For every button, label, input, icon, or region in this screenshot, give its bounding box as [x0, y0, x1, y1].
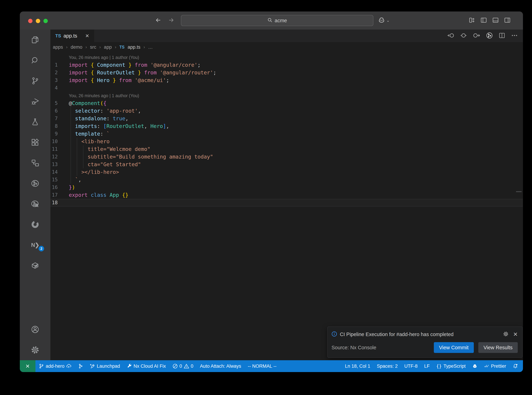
chevron-right-icon: › [144, 45, 145, 49]
accounts-icon[interactable] [20, 319, 50, 340]
launchpad-status[interactable]: Launchpad [86, 360, 123, 372]
code-line-5[interactable]: 5@Component({ [50, 99, 523, 107]
prettier-status[interactable]: Prettier [481, 360, 509, 372]
testing-icon[interactable] [20, 112, 50, 132]
vim-mode-status[interactable]: -- NORMAL -- [244, 360, 280, 372]
language-mode-status[interactable]: {} TypeScript [433, 360, 469, 372]
line-number: 14 [50, 168, 58, 176]
notification-settings-gear-icon[interactable] [503, 331, 509, 337]
nav-next-icon[interactable] [473, 32, 480, 39]
eol-status[interactable]: LF [421, 360, 433, 372]
line-number: 11 [50, 145, 58, 153]
breadcrumb-symbol[interactable]: … [148, 44, 153, 50]
code-line-8[interactable]: 8 imports: [RouterOutlet, Hero], [50, 122, 523, 130]
code-line-17[interactable]: 17export class App {} [50, 191, 523, 199]
extensions-icon[interactable] [20, 132, 50, 153]
remote-indicator[interactable] [20, 360, 35, 372]
nx-console-badge: 2 [38, 246, 44, 251]
nx-console-icon[interactable]: N❯ 2 [20, 235, 50, 255]
view-commit-button[interactable]: View Commit [434, 342, 474, 353]
line-number: 3 [50, 77, 58, 84]
breadcrumb-app[interactable]: app [104, 44, 112, 50]
close-tab-icon[interactable]: ✕ [85, 33, 89, 39]
nx-graph-icon[interactable] [20, 173, 50, 194]
nav-previous-icon[interactable] [447, 32, 455, 39]
breadcrumb-apps[interactable]: apps [53, 44, 63, 50]
tab-app-ts[interactable]: TS app.ts ✕ [50, 30, 94, 42]
breadcrumb-src[interactable]: src [90, 44, 96, 50]
chevron-right-icon: › [86, 45, 87, 49]
nx-cloud-ai-fix-status[interactable]: Nx Cloud AI Fix [123, 360, 169, 372]
toggle-primary-sidebar-icon[interactable] [481, 17, 487, 24]
cursor-position-status[interactable]: Ln 18, Col 1 [342, 360, 374, 372]
copilot-icon [378, 17, 385, 24]
search-sidebar-icon[interactable] [20, 50, 50, 71]
history-back-icon[interactable] [155, 17, 161, 24]
code-line-2[interactable]: 2import { RouterOutlet } from '@angular/… [50, 69, 523, 77]
problems-status[interactable]: 0 0 [169, 360, 197, 372]
code-line-18[interactable]: 18 [50, 199, 523, 207]
toggle-panel-icon[interactable] [492, 17, 499, 24]
indentation-status[interactable]: Spaces: 2 [374, 360, 401, 372]
code-line-3[interactable]: 3import { Hero } from '@acme/ui'; [50, 77, 523, 84]
nx-graph-action-icon[interactable] [486, 32, 493, 39]
line-number: 16 [50, 184, 58, 191]
code-line-16[interactable]: 16}) [50, 184, 523, 191]
close-window-button[interactable] [28, 19, 32, 23]
line-number: 13 [50, 161, 58, 168]
code-editor[interactable]: You, 26 minutes ago | 1 author (You)1imp… [50, 52, 523, 360]
chevron-right-icon: › [115, 45, 116, 49]
settings-gear-icon[interactable] [20, 340, 50, 360]
run-debug-icon[interactable] [20, 91, 50, 112]
view-results-button[interactable]: View Results [478, 342, 518, 353]
notification-close-icon[interactable]: ✕ [513, 331, 518, 338]
line-number: 12 [50, 153, 58, 161]
toggle-secondary-sidebar-icon[interactable] [504, 17, 511, 24]
code-line-4[interactable]: 4 [50, 84, 523, 92]
breadcrumb-file[interactable]: app.ts [128, 44, 140, 50]
code-line-7[interactable]: 7 standalone: true, [50, 115, 523, 122]
encoding-status[interactable]: UTF-8 [401, 360, 421, 372]
error-count-icon [172, 363, 178, 369]
status-bar: add-hero Launchpad Nx Cloud AI Fix 0 0 A… [20, 360, 523, 372]
source-control-graph-status[interactable] [75, 360, 86, 372]
code-line-11[interactable]: 11 title="Welcmoe demo" [50, 145, 523, 153]
maximize-window-button[interactable] [43, 19, 48, 23]
breadcrumb-demo[interactable]: demo [71, 44, 82, 50]
code-line-12[interactable]: 12 subtitle="Build something amazing tod… [50, 153, 523, 161]
container-icon[interactable] [20, 255, 50, 276]
auto-attach-status[interactable]: Auto Attach: Always [197, 360, 244, 372]
code-line-10[interactable]: 10 <lib-hero [50, 138, 523, 145]
explorer-icon[interactable] [20, 30, 50, 50]
copilot-status[interactable] [469, 360, 481, 372]
split-editor-icon[interactable] [499, 32, 505, 39]
chevron-down-icon: ⌄ [387, 18, 390, 23]
code-line-14[interactable]: 14 ></lib-hero> [50, 168, 523, 176]
activity-bar: N❯ 2 [20, 30, 50, 360]
code-line-13[interactable]: 13 cta="Get Started" [50, 161, 523, 168]
notifications-bell[interactable] [509, 360, 521, 372]
vscode-window: acme ⌄ [20, 11, 523, 372]
minimize-window-button[interactable] [36, 19, 40, 23]
swirl-icon[interactable] [20, 214, 50, 235]
code-line-9[interactable]: 9 template: ` [50, 130, 523, 138]
traffic-lights [28, 19, 48, 23]
copilot-menu[interactable]: ⌄ [378, 11, 390, 30]
git-branch-status[interactable]: add-hero [35, 360, 75, 372]
search-icon [267, 17, 272, 24]
customize-layout-icon[interactable] [469, 17, 475, 24]
line-number: 2 [50, 69, 58, 77]
remote-explorer-icon[interactable] [20, 153, 50, 173]
code-line-15[interactable]: 15 `, [50, 176, 523, 184]
history-forward-icon[interactable] [168, 17, 174, 24]
code-line-6[interactable]: 6 selector: 'app-root', [50, 107, 523, 115]
line-number: 18 [50, 199, 58, 206]
nx-project-details-icon[interactable] [20, 194, 50, 214]
chevron-right-icon: › [99, 45, 101, 49]
command-center-search[interactable]: acme [181, 15, 373, 26]
more-actions-icon[interactable] [511, 32, 518, 39]
code-line-1[interactable]: 1import { Component } from '@angular/cor… [50, 61, 523, 69]
info-icon [332, 331, 337, 337]
source-control-icon[interactable] [20, 71, 50, 91]
nav-current-icon[interactable] [460, 32, 467, 39]
